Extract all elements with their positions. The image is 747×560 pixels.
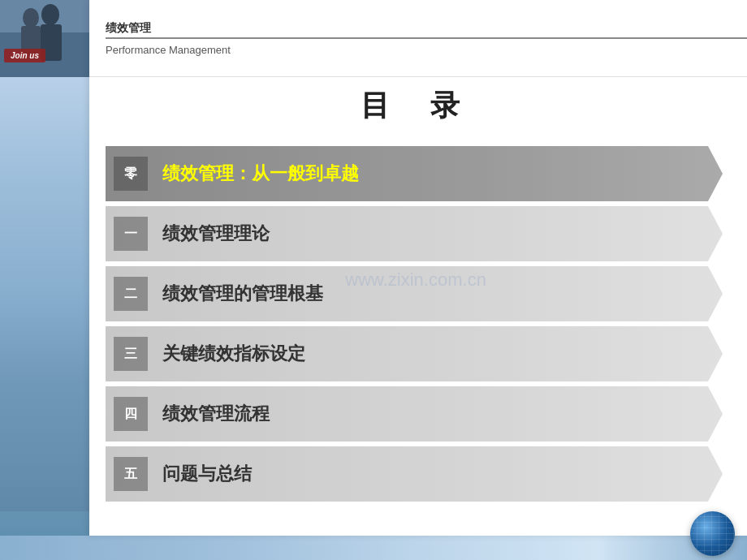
title-area: 目 录 bbox=[89, 77, 747, 134]
menu-number-char: 三 bbox=[124, 346, 137, 363]
menu-item[interactable]: 五问题与总结 bbox=[106, 446, 723, 502]
header: 绩效管理 Performance Management bbox=[89, 0, 747, 77]
svg-rect-6 bbox=[0, 0, 89, 77]
menu-number-box: 零 bbox=[114, 157, 148, 191]
menu-item[interactable]: 二绩效管理的管理根基 bbox=[106, 266, 723, 321]
header-english-title: Performance Management bbox=[106, 44, 747, 56]
menu-label: 绩效管理理论 bbox=[162, 222, 270, 246]
menu-item[interactable]: 三关键绩效指标设定 bbox=[106, 326, 723, 381]
menu-number-box: 二 bbox=[114, 277, 148, 311]
menu-label: 绩效管理流程 bbox=[162, 402, 270, 426]
menu-label: 绩效管理的管理根基 bbox=[162, 282, 323, 306]
menu-number-char: 五 bbox=[124, 466, 137, 483]
menu-number-char: 一 bbox=[124, 226, 137, 243]
header-chinese-title: 绩效管理 bbox=[106, 21, 747, 39]
menu-banner: 一绩效管理理论 bbox=[106, 206, 723, 261]
menu-label: 问题与总结 bbox=[162, 462, 252, 486]
menu-number-char: 二 bbox=[124, 286, 137, 303]
menu-item[interactable]: 四绩效管理流程 bbox=[106, 386, 723, 442]
menu-number-box: 四 bbox=[114, 397, 148, 431]
page-title: 目 录 bbox=[361, 86, 476, 126]
menu-number-box: 五 bbox=[114, 457, 148, 491]
menu-label: 绩效管理：从一般到卓越 bbox=[162, 162, 359, 186]
menu-item[interactable]: 一绩效管理理论 bbox=[106, 206, 723, 261]
menu-number-char: 四 bbox=[124, 406, 137, 423]
menu-banner: 零绩效管理：从一般到卓越 bbox=[106, 146, 723, 201]
menu-item[interactable]: 零绩效管理：从一般到卓越 bbox=[106, 146, 723, 201]
content-area: 零绩效管理：从一般到卓越一绩效管理理论二绩效管理的管理根基三关键绩效指标设定四绩… bbox=[89, 134, 747, 536]
menu-banner: 五问题与总结 bbox=[106, 446, 723, 502]
menu-banner: 三关键绩效指标设定 bbox=[106, 326, 723, 381]
menu-banner: 二绩效管理的管理根基 bbox=[106, 266, 723, 321]
sidebar-image: Join us bbox=[0, 0, 89, 77]
bottom-strip bbox=[0, 536, 747, 560]
sidebar-lines bbox=[0, 77, 91, 511]
menu-number-char: 零 bbox=[124, 166, 137, 183]
globe-decoration bbox=[690, 511, 735, 556]
sidebar: Join us bbox=[0, 0, 91, 536]
menu-number-box: 三 bbox=[114, 337, 148, 371]
menu-label: 关键绩效指标设定 bbox=[162, 342, 305, 366]
menu-number-box: 一 bbox=[114, 217, 148, 251]
join-us-badge: Join us bbox=[4, 49, 45, 62]
menu-banner: 四绩效管理流程 bbox=[106, 386, 723, 442]
